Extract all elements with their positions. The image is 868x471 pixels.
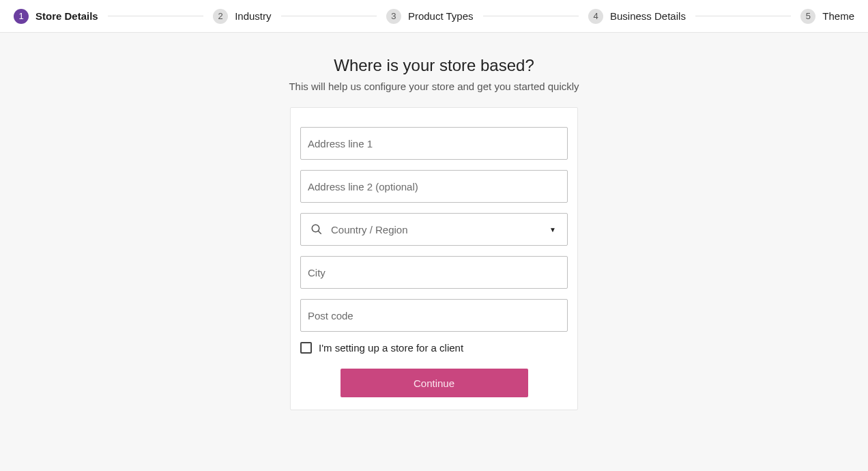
step-connector <box>108 16 203 16</box>
content-area: Where is your store based? This will hel… <box>0 33 868 471</box>
step-industry[interactable]: 2 Industry <box>213 9 271 24</box>
step-connector <box>483 16 579 16</box>
client-checkbox-row: I'm setting up a store for a client <box>300 342 568 354</box>
svg-line-1 <box>318 231 321 234</box>
search-icon <box>310 223 323 235</box>
step-badge-3: 3 <box>386 9 401 24</box>
city-input[interactable] <box>308 267 560 279</box>
wizard-stepper: 1 Store Details 2 Industry 3 Product Typ… <box>0 0 868 33</box>
step-label-1: Store Details <box>35 10 98 22</box>
city-field-wrapper <box>300 256 568 289</box>
postcode-field-wrapper <box>300 299 568 332</box>
postcode-input[interactable] <box>308 310 560 322</box>
continue-button[interactable]: Continue <box>341 369 528 397</box>
step-label-2: Industry <box>235 10 271 22</box>
step-store-details[interactable]: 1 Store Details <box>14 9 98 24</box>
page-subtitle: This will help us configure your store a… <box>289 81 579 92</box>
address2-input[interactable] <box>308 181 560 192</box>
client-checkbox[interactable] <box>300 342 312 354</box>
step-badge-5: 5 <box>800 9 815 24</box>
step-badge-1: 1 <box>14 9 29 24</box>
client-checkbox-label: I'm setting up a store for a client <box>319 342 463 354</box>
step-product-types[interactable]: 3 Product Types <box>386 9 474 24</box>
form-card: ▼ I'm setting up a store for a client Co… <box>290 107 578 410</box>
step-label-3: Product Types <box>408 10 474 22</box>
country-input[interactable] <box>331 224 560 235</box>
step-label-4: Business Details <box>610 10 686 22</box>
step-badge-2: 2 <box>213 9 228 24</box>
step-badge-4: 4 <box>588 9 603 24</box>
country-select[interactable]: ▼ <box>300 213 568 246</box>
step-business-details[interactable]: 4 Business Details <box>588 9 686 24</box>
svg-point-0 <box>312 225 319 232</box>
step-label-5: Theme <box>822 10 854 22</box>
address2-field-wrapper <box>300 170 568 203</box>
step-theme[interactable]: 5 Theme <box>800 9 854 24</box>
address1-input[interactable] <box>308 138 560 149</box>
address1-field-wrapper <box>300 127 568 160</box>
step-connector <box>695 16 791 16</box>
page-title: Where is your store based? <box>334 56 534 75</box>
step-connector <box>281 16 377 16</box>
